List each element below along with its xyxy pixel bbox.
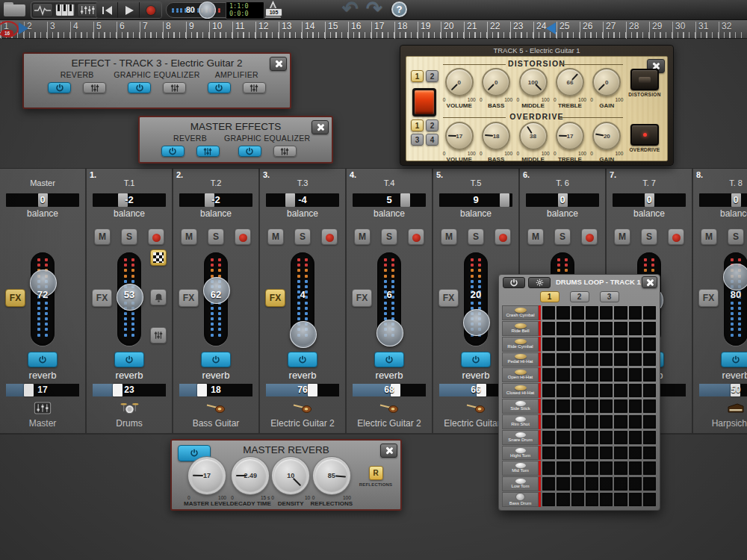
drum-label[interactable]: Snare Drum (502, 430, 539, 445)
drum-label[interactable]: Ride Cymbal (502, 337, 539, 352)
record-arm-button[interactable] (148, 228, 164, 245)
solo-button[interactable]: S (728, 228, 744, 245)
drum-label[interactable]: Pedal Hi-Hat (502, 352, 539, 367)
mute-button[interactable]: M (181, 228, 197, 245)
power-button[interactable] (161, 146, 185, 157)
step-cell[interactable] (557, 306, 569, 320)
pattern-tab-2[interactable]: 2 (570, 291, 589, 302)
reflections-toggle[interactable]: R REFLECTIONS (354, 466, 397, 487)
step-cell[interactable] (586, 493, 598, 506)
step-cell[interactable] (586, 415, 598, 429)
step-cell[interactable] (571, 447, 584, 460)
step-cell[interactable] (571, 306, 584, 320)
record-button[interactable] (140, 2, 161, 18)
step-cell[interactable] (542, 322, 555, 335)
power-button[interactable] (128, 82, 151, 93)
step-cell[interactable] (629, 337, 642, 351)
loop-end-marker[interactable] (546, 22, 556, 34)
step-cell[interactable] (600, 447, 613, 460)
step-cell[interactable] (571, 368, 584, 382)
step-cell[interactable] (600, 353, 613, 367)
drum-label[interactable]: Crash Cymbal (502, 305, 539, 320)
knob-dial[interactable]: 17 (445, 122, 474, 150)
step-cell[interactable] (542, 493, 555, 506)
amp-channel-button-4[interactable]: 4 (426, 134, 438, 146)
fx-button[interactable]: FX (92, 289, 112, 307)
step-cell[interactable] (643, 461, 656, 475)
reverb-slider[interactable]: 68 (353, 384, 426, 396)
step-cell[interactable] (557, 461, 569, 475)
mute-button[interactable]: M (354, 228, 371, 245)
piano-view-button[interactable] (55, 3, 75, 17)
step-cell[interactable] (557, 415, 569, 429)
step-cell[interactable] (557, 322, 569, 335)
balance-slider[interactable]: 0 (526, 193, 599, 207)
reverb-power-button[interactable] (721, 352, 747, 367)
step-cell[interactable] (586, 322, 598, 335)
step-cell[interactable] (571, 415, 584, 429)
amp-channel-button-3[interactable]: 3 (411, 134, 424, 146)
step-cell[interactable] (542, 415, 555, 429)
fader-handle[interactable] (376, 320, 403, 346)
settings-button[interactable] (243, 82, 266, 93)
tempo-handle[interactable] (199, 1, 216, 19)
mute-button[interactable]: M (441, 228, 457, 245)
drum-loop-button[interactable] (150, 249, 167, 266)
drum-label[interactable]: Side Stick (502, 399, 539, 414)
pattern-tab-1[interactable]: 1 (540, 291, 560, 302)
step-cell[interactable] (629, 431, 642, 444)
loop-start-marker[interactable] (19, 22, 28, 34)
step-cell[interactable] (629, 493, 642, 506)
balance-slider[interactable]: -4 (266, 193, 339, 207)
step-cell[interactable] (614, 477, 627, 491)
play-button[interactable] (118, 2, 140, 18)
power-button[interactable] (208, 82, 231, 93)
step-cell[interactable] (542, 306, 555, 320)
step-cell[interactable] (600, 384, 613, 397)
step-cell[interactable] (600, 322, 613, 335)
step-cell[interactable] (600, 399, 613, 413)
reverb-power-button[interactable] (28, 352, 58, 367)
solo-button[interactable]: S (468, 228, 484, 245)
step-cell[interactable] (614, 322, 627, 335)
reverb-power-button[interactable] (114, 352, 144, 367)
step-cell[interactable] (600, 368, 613, 382)
step-cell[interactable] (557, 353, 569, 367)
step-cell[interactable] (614, 447, 627, 460)
step-cell[interactable] (571, 461, 584, 475)
amp-channel-button-1[interactable]: 1 (411, 119, 424, 131)
settings-button[interactable] (163, 82, 186, 93)
step-cell[interactable] (586, 306, 598, 320)
knob-dial[interactable]: 38 (519, 122, 548, 150)
mute-button[interactable]: M (267, 228, 284, 245)
fader-handle[interactable] (290, 321, 317, 348)
step-cell[interactable] (557, 447, 569, 460)
step-cell[interactable] (643, 322, 656, 335)
step-cell[interactable] (614, 461, 627, 475)
settings-button[interactable] (196, 146, 220, 157)
close-button[interactable] (311, 120, 329, 134)
redo-button[interactable] (366, 0, 382, 20)
step-cell[interactable] (557, 368, 569, 382)
step-cell[interactable] (629, 353, 642, 367)
amp-channel-button-1[interactable]: 1 (411, 70, 424, 82)
step-cell[interactable] (629, 322, 642, 335)
step-cell[interactable] (629, 384, 642, 397)
overdrive-switch[interactable]: OVERDRIVE (628, 124, 661, 152)
balance-slider[interactable]: 0 (699, 193, 747, 207)
step-cell[interactable] (614, 493, 627, 506)
step-cell[interactable] (600, 306, 613, 320)
fx-button[interactable]: FX (352, 289, 372, 307)
step-cell[interactable] (614, 431, 627, 444)
step-cell[interactable] (629, 399, 642, 413)
amp-channel-button-2[interactable]: 2 (426, 70, 438, 82)
fx-button[interactable]: FX (5, 289, 25, 307)
solo-button[interactable]: S (121, 228, 137, 245)
step-cell[interactable] (586, 447, 598, 460)
step-cell[interactable] (586, 431, 598, 444)
step-cell[interactable] (614, 353, 627, 367)
step-cell[interactable] (557, 399, 569, 413)
knob-dial[interactable]: 100 (519, 68, 548, 96)
amp-channel-button-2[interactable]: 2 (426, 119, 438, 131)
step-cell[interactable] (557, 337, 569, 351)
